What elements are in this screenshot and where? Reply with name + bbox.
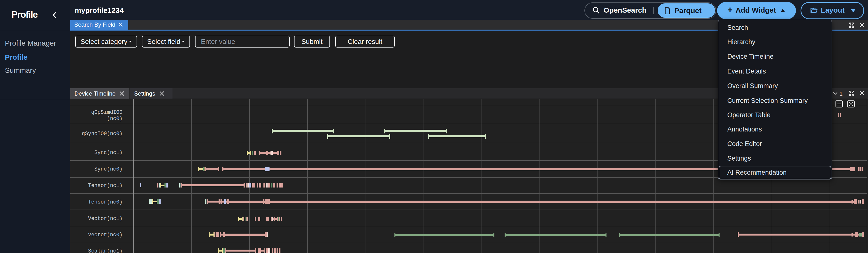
- svg-text:Sync(nc1): Sync(nc1): [94, 150, 123, 156]
- svg-text:Vector(nc1): Vector(nc1): [88, 216, 123, 221]
- svg-text:qGpSimdIO0: qGpSimdIO0: [91, 109, 123, 115]
- svg-text:Scalar(nc1): Scalar(nc1): [88, 248, 123, 253]
- svg-text:Sync(nc0): Sync(nc0): [94, 166, 123, 172]
- svg-text:Tensor(nc0): Tensor(nc0): [88, 199, 123, 205]
- svg-text:(nc0): (nc0): [107, 116, 123, 122]
- svg-text:Vector(nc0): Vector(nc0): [88, 232, 123, 238]
- svg-text:qSyncIO0(nc0): qSyncIO0(nc0): [82, 131, 123, 136]
- svg-text:Tensor(nc1): Tensor(nc1): [88, 183, 123, 188]
